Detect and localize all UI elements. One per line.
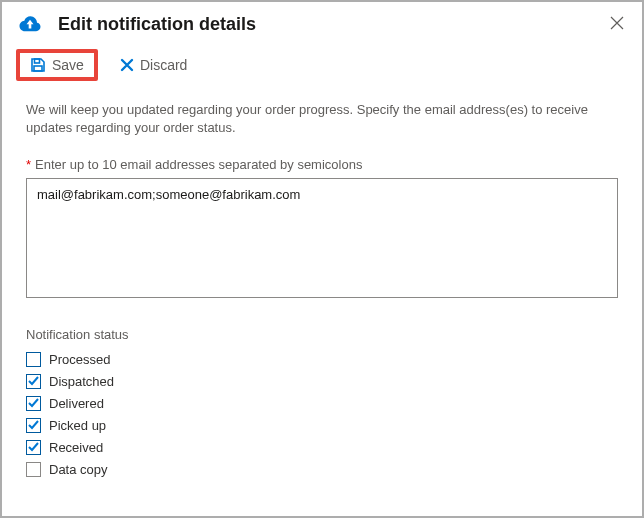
panel-title: Edit notification details — [58, 14, 606, 35]
notification-status-list: Processed Dispatched Delivered Picked up — [26, 352, 618, 477]
checkbox-delivered[interactable] — [26, 396, 41, 411]
email-label-text: Enter up to 10 email addresses separated… — [35, 157, 362, 172]
panel-header: Edit notification details — [2, 2, 642, 45]
discard-button-label: Discard — [140, 57, 187, 73]
email-addresses-input[interactable] — [26, 178, 618, 298]
status-row-dispatched: Dispatched — [26, 374, 618, 389]
checkbox-data-copy[interactable] — [26, 462, 41, 477]
required-marker: * — [26, 157, 31, 172]
checkbox-picked-up[interactable] — [26, 418, 41, 433]
status-label: Picked up — [49, 418, 106, 433]
status-label: Received — [49, 440, 103, 455]
email-field-label: *Enter up to 10 email addresses separate… — [26, 157, 618, 172]
status-row-processed: Processed — [26, 352, 618, 367]
discard-icon — [120, 58, 134, 72]
status-row-delivered: Delivered — [26, 396, 618, 411]
checkbox-processed[interactable] — [26, 352, 41, 367]
close-icon — [610, 16, 624, 30]
status-label: Data copy — [49, 462, 108, 477]
checkbox-received[interactable] — [26, 440, 41, 455]
save-icon — [30, 57, 46, 73]
status-row-picked-up: Picked up — [26, 418, 618, 433]
panel-content: We will keep you updated regarding your … — [2, 91, 642, 477]
notification-status-heading: Notification status — [26, 327, 618, 342]
toolbar: Save Discard — [2, 45, 642, 91]
cloud-upload-icon — [16, 11, 44, 39]
status-row-data-copy: Data copy — [26, 462, 618, 477]
svg-rect-1 — [34, 66, 42, 71]
status-label: Processed — [49, 352, 110, 367]
svg-rect-0 — [35, 59, 40, 63]
save-button[interactable]: Save — [16, 49, 98, 81]
status-label: Dispatched — [49, 374, 114, 389]
save-button-label: Save — [52, 57, 84, 73]
checkbox-dispatched[interactable] — [26, 374, 41, 389]
close-button[interactable] — [606, 10, 628, 39]
discard-button[interactable]: Discard — [110, 51, 197, 79]
status-row-received: Received — [26, 440, 618, 455]
description-text: We will keep you updated regarding your … — [26, 101, 618, 137]
status-label: Delivered — [49, 396, 104, 411]
edit-notification-panel: Edit notification details Save Discard W… — [0, 0, 644, 518]
